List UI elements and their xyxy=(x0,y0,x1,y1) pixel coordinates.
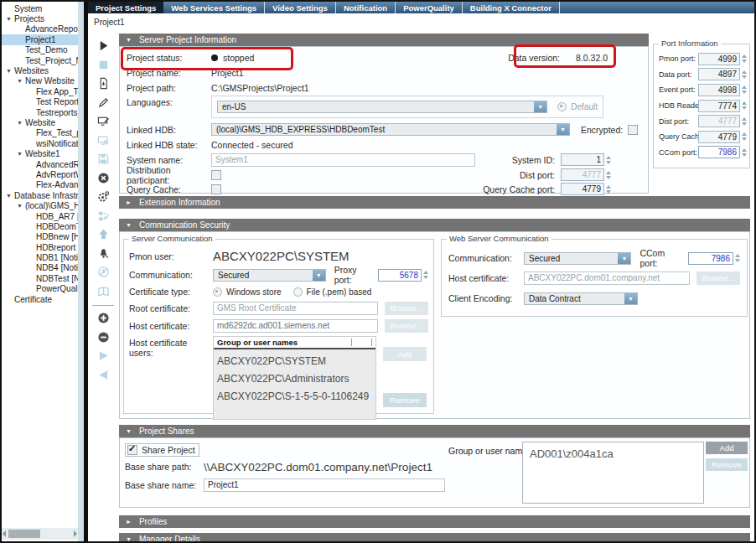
tree-expand-icon[interactable]: ▼ xyxy=(17,120,25,126)
chevron-down-icon[interactable]: ▼ xyxy=(313,270,325,281)
tree-item[interactable]: Flex App_Tes xyxy=(2,86,78,96)
tree-item[interactable]: Flex-Advanc xyxy=(2,180,78,190)
tab[interactable]: Building X Connector xyxy=(463,2,560,13)
forward-icon[interactable] xyxy=(96,349,111,363)
spinner[interactable] xyxy=(742,54,747,64)
collapse-icon[interactable]: ▼ xyxy=(126,222,132,228)
share-users-list[interactable]: AD001\z004a1ca xyxy=(522,442,704,504)
tree-item[interactable]: HDBDeomTe xyxy=(2,221,78,231)
language-dropdown[interactable]: en-US ▼ xyxy=(217,101,547,113)
tab[interactable]: Video Settings xyxy=(265,2,336,13)
collapse-icon[interactable]: ▼ xyxy=(126,37,132,43)
chevron-down-icon[interactable]: ▼ xyxy=(624,293,637,304)
tree-item[interactable]: ▼ Database Infrastruct xyxy=(2,190,78,200)
sidebar-vertical-scrollbar[interactable] xyxy=(78,2,84,541)
tree-item[interactable]: Flex_Test_pro xyxy=(2,128,78,138)
expand-icon[interactable]: ► xyxy=(126,199,132,205)
port-input[interactable]: 4779 xyxy=(698,131,740,143)
encrypted-checkbox[interactable] xyxy=(628,125,638,135)
new-project-icon[interactable] xyxy=(96,76,111,90)
tree-item[interactable]: NDB1 [Notif xyxy=(2,252,78,262)
port-input[interactable]: 7986 xyxy=(698,146,740,158)
validate-icon[interactable] xyxy=(96,209,111,223)
tab[interactable]: Notification xyxy=(336,2,396,13)
communication-dropdown[interactable]: Secured ▼ xyxy=(213,269,326,282)
tree-item[interactable]: Project1 xyxy=(2,34,78,44)
close-project-icon[interactable] xyxy=(96,133,111,147)
edit-icon[interactable] xyxy=(96,96,111,110)
system-id-input[interactable]: 1 xyxy=(561,153,604,166)
user-list-item[interactable]: ABCXY022PC\Administrators xyxy=(214,367,375,385)
server-project-header[interactable]: ▼ Server Project Information xyxy=(119,34,649,46)
tree-item[interactable]: NDBTest [Nc xyxy=(2,273,78,283)
spinner[interactable] xyxy=(735,253,740,263)
linked-hdb-dropdown[interactable]: (local)\GMS_HDB_EXPRESS\HDBDeomTest ▼ xyxy=(211,123,570,136)
tree-item[interactable]: HDBreport [ xyxy=(2,242,78,252)
root-certificate-input[interactable]: GMS Root Certificate xyxy=(213,302,378,315)
services-icon[interactable] xyxy=(96,189,111,204)
tree-item[interactable]: System xyxy=(2,3,78,13)
sidebar-horizontal-scrollbar[interactable] xyxy=(2,528,78,540)
port-input[interactable]: 4998 xyxy=(698,84,740,96)
chevron-down-icon[interactable]: ▼ xyxy=(557,124,569,135)
tree-item[interactable]: HDB_AR7 [H xyxy=(2,211,78,221)
tree-item[interactable]: Test Reports xyxy=(2,97,78,107)
port-input[interactable]: 4999 xyxy=(698,53,740,65)
restore-icon[interactable] xyxy=(96,284,111,298)
web-host-certificate-input[interactable]: ABCXY022PC.dom01.company.net xyxy=(524,272,690,285)
remove-icon[interactable] xyxy=(96,330,111,344)
spinner[interactable] xyxy=(742,116,747,127)
tree-item[interactable]: ▼ Projects xyxy=(2,13,78,23)
spinner[interactable] xyxy=(742,101,747,111)
tree-item[interactable]: AdvReportW xyxy=(2,169,78,179)
tree-item[interactable]: PowerQualit xyxy=(2,284,78,294)
system-name-input[interactable]: System1 xyxy=(211,153,475,167)
tree-item[interactable]: AdvancedRe xyxy=(2,159,78,169)
query-cache-port-input[interactable]: 4779 xyxy=(561,183,604,195)
proxy-port-input[interactable]: 5678 xyxy=(378,269,422,282)
save-icon[interactable] xyxy=(96,152,111,166)
collapse-icon[interactable]: ▼ xyxy=(126,536,132,542)
base-share-name-input[interactable]: Project1 xyxy=(204,478,445,492)
query-cache-checkbox[interactable] xyxy=(211,184,221,194)
tree-expand-icon[interactable]: ▼ xyxy=(17,151,25,157)
tree-expand-icon[interactable]: ▼ xyxy=(6,16,14,22)
ccom-port-input[interactable]: 7986 xyxy=(688,252,733,265)
tree-item[interactable]: Test_Demo xyxy=(2,45,78,55)
tree-item[interactable]: NDB4 [Notif xyxy=(2,263,78,273)
user-list-item[interactable]: ABCXY022PC\SYSTEM xyxy=(214,349,375,367)
spinner[interactable] xyxy=(742,70,747,80)
distribution-participant-checkbox[interactable] xyxy=(211,170,221,180)
browse-web-host-certificate-button[interactable]: Browse... xyxy=(696,272,740,285)
add-icon[interactable] xyxy=(96,311,111,325)
user-list-item[interactable]: ABCXY022PC\S-1-5-5-0-1106249 xyxy=(214,385,375,402)
tree-item[interactable]: wsiNotificati xyxy=(2,138,78,148)
chevron-down-icon[interactable]: ▼ xyxy=(618,253,630,264)
client-encoding-dropdown[interactable]: Data Contract ▼ xyxy=(524,292,638,305)
stop-icon[interactable] xyxy=(96,58,111,72)
default-language-radio[interactable] xyxy=(557,102,567,111)
notification-icon[interactable] xyxy=(96,246,111,261)
tree-item[interactable]: Testreports_ xyxy=(2,107,78,117)
spinner[interactable] xyxy=(606,184,611,194)
expand-icon[interactable]: ► xyxy=(126,519,132,525)
spinner[interactable] xyxy=(742,132,747,142)
remove-user-button[interactable]: Remove xyxy=(383,393,427,407)
scrollbar-thumb[interactable] xyxy=(8,530,40,538)
tree-item[interactable]: AdvanceReport7 xyxy=(2,24,78,34)
upgrade-icon[interactable] xyxy=(96,227,111,241)
tree-expand-icon[interactable]: ▼ xyxy=(6,68,14,74)
tab[interactable]: Web Services Settings xyxy=(163,2,265,13)
extension-information-header[interactable]: ► Extension Information xyxy=(119,196,750,209)
spinner[interactable] xyxy=(606,155,611,165)
tree-item[interactable]: Certificate xyxy=(2,294,78,304)
share-user-item[interactable]: AD001\z004a1ca xyxy=(523,442,703,460)
chevron-down-icon[interactable]: ▼ xyxy=(534,101,546,112)
tree-item[interactable]: ▼ New Website xyxy=(2,76,78,86)
tab[interactable]: Project Settings xyxy=(88,2,163,13)
collapse-icon[interactable]: ▼ xyxy=(126,428,132,434)
port-input[interactable]: 4777 xyxy=(698,115,740,127)
add-user-button[interactable]: Add xyxy=(383,347,427,361)
web-communication-dropdown[interactable]: Secured ▼ xyxy=(524,252,631,265)
tree-item[interactable]: ▼ Website xyxy=(2,117,78,127)
